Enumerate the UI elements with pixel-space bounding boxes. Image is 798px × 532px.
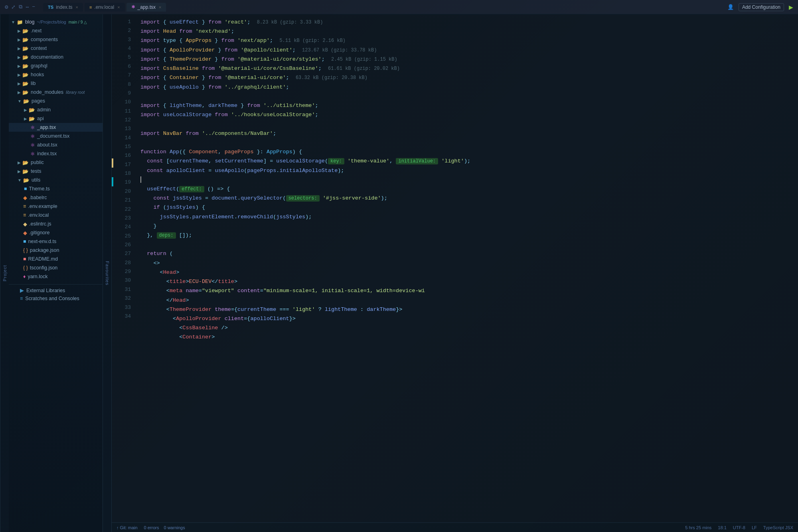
sidebar-item-hooks[interactable]: ▶ 📂 hooks <box>9 70 103 79</box>
folder-icon: 📂 <box>22 63 29 69</box>
item-name: README.md <box>28 256 58 262</box>
sidebar-item-lib[interactable]: ▶ 📂 lib <box>9 79 103 88</box>
split-icon[interactable]: ⧉ <box>19 4 22 10</box>
sidebar-item-about-tsx[interactable]: ⚛ about.tsx <box>9 140 103 149</box>
sidebar-item-app-tsx[interactable]: ⚛ _app.tsx <box>9 123 103 132</box>
tab-label: .env.local <box>94 4 114 10</box>
line-numbers: 12345 678910 1112131415 1617181920 21222… <box>113 18 134 519</box>
sidebar-item-eslintrc[interactable]: ◆ .eslintrc.js <box>9 220 103 228</box>
title-bar: ⚙ ⤢ ⧉ ⋯ − TS index.ts × ≡ .env.local × ⚛… <box>0 0 798 14</box>
tab-close-icon[interactable]: × <box>76 5 78 10</box>
sidebar-item-api[interactable]: ▶ 📂 api <box>9 114 103 123</box>
arrow: ▼ <box>18 178 22 182</box>
item-name: about.tsx <box>37 142 57 148</box>
lock-icon: ♦ <box>23 274 26 279</box>
sidebar-item-public[interactable]: ▶ 📂 public <box>9 158 103 167</box>
item-name: node_modules <box>31 89 63 95</box>
tsx-file-icon: ⚛ <box>30 125 35 131</box>
code-text: import { useEffect } from 'react'; 8.23 … <box>140 18 792 342</box>
code-editor[interactable]: import { useEffect } from 'react'; 8.23 … <box>134 18 798 519</box>
tab-app-tsx[interactable]: ⚛ _app.tsx × <box>126 3 166 12</box>
status-bar: ↑ Git: main 0 errors 0 warnings 5 hrs 25… <box>112 522 798 532</box>
title-bar-right: 👤 Add Configuration ▶ <box>727 3 793 11</box>
sidebar-item-env-example[interactable]: ≡ .env.example <box>9 202 103 211</box>
item-name: tests <box>31 168 41 174</box>
sidebar-item-utils[interactable]: ▼ 📂 utils <box>9 176 103 184</box>
sidebar-root[interactable]: ▼ 📁 blog ~/Projects/blog main / 9 △ <box>9 18 103 26</box>
sidebar-item-yarn-lock[interactable]: ♦ yarn.lock <box>9 272 103 281</box>
json-icon: { } <box>23 247 28 253</box>
sidebar-item-tests[interactable]: ▶ 📂 tests <box>9 167 103 176</box>
item-name: pages <box>32 98 45 104</box>
sidebar-item-pages[interactable]: ▼ 📂 pages <box>9 97 103 105</box>
arrow: ▶ <box>18 160 21 165</box>
ts-icon: ■ <box>23 239 26 244</box>
item-name: admin <box>37 107 51 113</box>
sidebar-item-document-tsx[interactable]: ⚛ _document.tsx <box>9 132 103 140</box>
sidebar-item-node-modules[interactable]: ▶ 📂 node_modules library root <box>9 88 103 97</box>
tab-env-local[interactable]: ≡ .env.local × <box>85 3 125 12</box>
sidebar-item-index-tsx[interactable]: ⚛ index.tsx <box>9 149 103 158</box>
external-libraries[interactable]: ▶ External Libraries <box>9 286 103 295</box>
run-button[interactable]: ▶ <box>789 4 793 10</box>
tab-index-ts[interactable]: TS index.ts × <box>43 3 83 12</box>
error-count: 0 errors <box>144 525 159 530</box>
tab-close-icon[interactable]: × <box>159 5 161 10</box>
git-icon: ◆ <box>23 230 27 236</box>
arrow: ▶ <box>18 169 21 174</box>
item-name: .env.example <box>28 204 57 209</box>
scratches-consoles[interactable]: ≡ Scratches and Consoles <box>9 295 103 303</box>
status-right: 5 hrs 25 mins 18:1 UTF-8 LF TypeScript J… <box>685 525 793 530</box>
sidebar-item-theme-ts[interactable]: ■ Theme.ts <box>9 184 103 193</box>
item-name: index.tsx <box>37 151 57 156</box>
sidebar-item-env-local[interactable]: ≡ .env.local <box>9 211 103 220</box>
arrow: ▶ <box>18 90 21 95</box>
item-name: yarn.lock <box>28 274 47 279</box>
sidebar-item-components[interactable]: ▶ 📂 components <box>9 35 103 44</box>
more-icon[interactable]: ⋯ <box>26 4 29 10</box>
time-spent: 5 hrs 25 mins <box>685 525 711 530</box>
sidebar-item-package-json[interactable]: { } package.json <box>9 246 103 255</box>
item-name: documentation <box>31 54 63 60</box>
scratches-icon: ≡ <box>20 296 23 301</box>
add-configuration-button[interactable]: Add Configuration <box>739 3 784 11</box>
tsx-file-icon: ⚛ <box>30 151 35 157</box>
settings-icon[interactable]: ⚙ <box>5 4 8 10</box>
tab-label: index.ts <box>56 4 72 10</box>
expand-icon[interactable]: ⤢ <box>11 4 16 10</box>
title-bar-tabs: TS index.ts × ≡ .env.local × ⚛ _app.tsx … <box>43 3 166 12</box>
tsx-file-icon: ⚛ <box>30 133 35 139</box>
ts-icon: TS <box>48 5 53 10</box>
arrow: ▶ <box>18 81 21 86</box>
sidebar-item-babelrc[interactable]: ◆ .babelrc <box>9 193 103 202</box>
sidebar-item-next-env[interactable]: ■ next-env.d.ts <box>9 237 103 246</box>
item-name: components <box>31 37 58 42</box>
folder-icon: 📂 <box>22 160 29 166</box>
arrow: ▶ <box>18 29 21 33</box>
sidebar-item-admin[interactable]: ▶ 📂 admin <box>9 105 103 114</box>
item-name: context <box>31 45 47 51</box>
sidebar-item-gitignore[interactable]: ◆ .gitignore <box>9 228 103 237</box>
item-name: .next <box>31 28 41 34</box>
sidebar-item-next[interactable]: ▶ 📂 .next <box>9 26 103 35</box>
sidebar-item-graphql[interactable]: ▶ 📂 graphql <box>9 61 103 70</box>
item-name: _app.tsx <box>37 125 56 130</box>
item-name: .gitignore <box>29 230 49 235</box>
folder-icon: 📂 <box>23 177 30 183</box>
json-icon: { } <box>23 265 28 271</box>
sidebar-item-tsconfig[interactable]: { } tsconfig.json <box>9 263 103 272</box>
code-container[interactable]: 12345 678910 1112131415 1617181920 21222… <box>112 14 798 522</box>
arrow: ▼ <box>18 99 22 103</box>
sidebar-item-readme[interactable]: ■ README.md <box>9 255 103 263</box>
arrow: ▶ <box>18 64 21 68</box>
root-path: ~/Projects/blog <box>37 20 66 24</box>
minimize-icon[interactable]: − <box>32 4 35 10</box>
file-type: TypeScript JSX <box>763 525 793 530</box>
sidebar-item-documentation[interactable]: ▶ 📂 documentation <box>9 53 103 61</box>
scratches-label: Scratches and Consoles <box>25 296 79 301</box>
sidebar-item-context[interactable]: ▶ 📂 context <box>9 44 103 53</box>
git-status: ↑ Git: main <box>117 525 138 530</box>
tab-close-icon[interactable]: × <box>117 5 120 10</box>
item-name: hooks <box>31 72 44 77</box>
item-name: api <box>37 116 44 121</box>
